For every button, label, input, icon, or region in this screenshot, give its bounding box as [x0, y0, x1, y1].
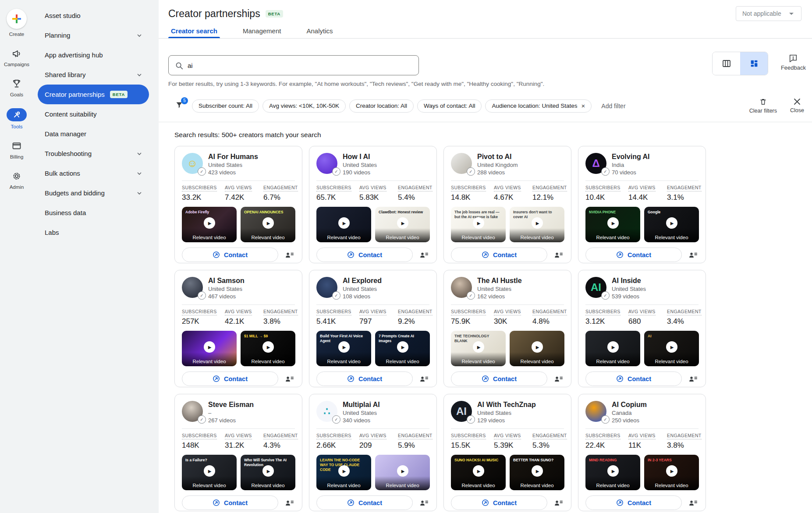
filter-chip[interactable]: Creator location: All × — [349, 99, 414, 113]
add-to-list-icon[interactable] — [688, 250, 699, 260]
contact-button[interactable]: Contact — [451, 495, 547, 510]
video-thumbnail[interactable]: SUNO HACKS! AI MUSIC ▶ Relevant video — [451, 455, 506, 490]
video-thumbnail[interactable]: AI ▶ Relevant video — [644, 331, 699, 366]
date-range-selector[interactable]: Not applicable — [736, 6, 801, 21]
creator-name[interactable]: AI For Humans — [208, 153, 258, 161]
video-thumbnail[interactable]: Insurers don't want to cover AI ▶ Releva… — [510, 207, 564, 242]
video-thumbnail[interactable]: NVIDIA PHONE ▶ Relevant video — [585, 207, 640, 242]
tab[interactable]: Analytics — [304, 27, 335, 38]
contact-button[interactable]: Contact — [316, 371, 413, 386]
video-thumbnail[interactable]: OPENAI ANNOUNCES ▶ Relevant video — [241, 207, 295, 242]
rail-item-create[interactable]: Create — [7, 9, 27, 37]
add-to-list-icon[interactable] — [553, 250, 564, 260]
sidebar-item[interactable]: App advertising hub — [38, 45, 149, 65]
rail-item-campaigns[interactable]: Campaigns — [4, 48, 29, 67]
creator-name[interactable]: Pivot to AI — [477, 153, 518, 161]
creator-name[interactable]: AI Samson — [208, 277, 245, 285]
video-thumbnail[interactable]: IN 2-3 YEARS ▶ Relevant video — [644, 455, 699, 490]
video-thumbnail[interactable]: Clawdbot: Honest review ▶ Relevant video — [375, 207, 430, 242]
video-thumbnail[interactable]: ▶ Relevant video — [585, 331, 640, 366]
creator-avatar: ✓ — [451, 277, 472, 298]
contact-button[interactable]: Contact — [585, 371, 682, 386]
creator-name[interactable]: How I AI — [343, 153, 377, 161]
sidebar-item[interactable]: Business data — [38, 203, 149, 223]
creator-name[interactable]: Steve Eisman — [208, 401, 254, 409]
sidebar-item[interactable]: Content suitability — [38, 104, 149, 124]
creator-name[interactable]: The AI Hustle — [477, 277, 522, 285]
contact-button[interactable]: Contact — [451, 248, 547, 262]
video-thumbnail[interactable]: ▶ Relevant video — [182, 331, 237, 366]
tab[interactable]: Management — [240, 27, 284, 38]
clear-filters-button[interactable]: Clear filters — [749, 98, 777, 114]
search-box[interactable] — [168, 55, 419, 75]
rail-item-billing[interactable]: Billing — [10, 140, 24, 159]
contact-button[interactable]: Contact — [585, 248, 682, 262]
video-thumbnail[interactable]: $1 MILL → $9 ▶ Relevant video — [241, 331, 295, 366]
rail-item-admin[interactable]: Admin — [10, 170, 24, 190]
sidebar-item[interactable]: Data manager — [38, 124, 149, 144]
video-thumbnail[interactable]: ▶ Relevant video — [510, 331, 564, 366]
filter-funnel-icon[interactable]: 5 — [174, 100, 184, 112]
creator-name[interactable]: AI Copium — [612, 401, 647, 409]
creator-name[interactable]: AI Inside — [612, 277, 646, 285]
contact-button[interactable]: Contact — [316, 248, 413, 262]
close-filters-button[interactable]: Close — [790, 98, 804, 114]
remove-filter-icon[interactable]: × — [582, 103, 585, 109]
contact-button[interactable]: Contact — [182, 495, 278, 510]
video-thumbnail[interactable]: ▶ Relevant video — [316, 207, 371, 242]
sidebar-item[interactable]: Shared library — [38, 65, 149, 85]
filter-chip[interactable]: Ways of contact: All × — [417, 99, 482, 113]
creator-name[interactable]: AI With TechZnap — [477, 401, 536, 409]
video-thumbnail[interactable]: Google ▶ Relevant video — [644, 207, 699, 242]
contact-button[interactable]: Contact — [182, 248, 278, 262]
add-to-list-icon[interactable] — [419, 374, 429, 384]
sidebar-item[interactable]: Planning — [38, 25, 149, 45]
sidebar-item[interactable]: Asset studio — [38, 6, 149, 25]
sidebar-item[interactable]: Bulk actions — [38, 163, 149, 183]
feedback-button[interactable]: Feedback — [781, 53, 806, 71]
sidebar-item[interactable]: Creator partnerships BETA — [38, 85, 149, 104]
add-to-list-icon[interactable] — [688, 374, 699, 384]
add-to-list-icon[interactable] — [419, 250, 429, 260]
contact-button[interactable]: Contact — [182, 371, 278, 386]
contact-button[interactable]: Contact — [585, 495, 682, 510]
rail-item-goals[interactable]: Goals — [10, 78, 23, 97]
sidebar-item-label: Shared library — [45, 71, 85, 78]
card-view-button[interactable] — [740, 52, 768, 75]
search-input[interactable] — [188, 62, 412, 69]
add-to-list-icon[interactable] — [419, 498, 429, 508]
contact-button[interactable]: Contact — [451, 371, 547, 386]
sidebar-item[interactable]: Labs — [38, 223, 149, 242]
sidebar-item[interactable]: Budgets and bidding — [38, 183, 149, 203]
contact-send-icon — [347, 499, 355, 506]
add-to-list-icon[interactable] — [553, 374, 564, 384]
creator-name[interactable]: Multiplai AI — [343, 401, 380, 409]
contact-button[interactable]: Contact — [316, 495, 413, 510]
add-to-list-icon[interactable] — [284, 498, 295, 508]
filter-chip[interactable]: Audience location: United States × — [485, 99, 592, 113]
add-to-list-icon[interactable] — [553, 498, 564, 508]
video-thumbnail[interactable]: Adobe Firefly ▶ Relevant video — [182, 207, 237, 242]
video-thumbnail[interactable]: THE TECHNOLOGY BLANK ▶ Relevant video — [451, 331, 506, 366]
creator-name[interactable]: AI Explored — [343, 277, 382, 285]
video-thumbnail[interactable]: Build Your First AI Voice Agent ▶ Releva… — [316, 331, 371, 366]
video-thumbnail[interactable]: BETTER THAN SUNO? ▶ Relevant video — [510, 455, 564, 490]
tab[interactable]: Creator search — [168, 27, 220, 38]
video-thumbnail[interactable]: Who Will Survive The AI Revolution ▶ Rel… — [241, 455, 295, 490]
video-thumbnail[interactable]: Is a Failure? ▶ Relevant video — [182, 455, 237, 490]
video-thumbnail[interactable]: MIND READING ▶ Relevant video — [585, 455, 640, 490]
video-thumbnail[interactable]: 7 Prompts Create AI Images ▶ Relevant vi… — [375, 331, 430, 366]
add-filter-button[interactable]: Add filter — [601, 103, 625, 110]
table-view-button[interactable] — [713, 52, 740, 75]
filter-chip[interactable]: Subscriber count: All × — [192, 99, 259, 113]
add-to-list-icon[interactable] — [688, 498, 699, 508]
rail-item-tools[interactable]: Tools — [7, 108, 27, 129]
filter-chip[interactable]: Avg views: <10K, 10K-50K × — [262, 99, 346, 113]
add-to-list-icon[interactable] — [284, 374, 295, 384]
video-thumbnail[interactable]: ▶ Relevant video — [375, 455, 430, 490]
add-to-list-icon[interactable] — [284, 250, 295, 260]
sidebar-item[interactable]: Troubleshooting — [38, 144, 149, 163]
creator-name[interactable]: Evolving AI — [612, 153, 650, 161]
video-thumbnail[interactable]: LEARN THE NO-CODE WAY TO USE CLAUDE CODE… — [316, 455, 371, 490]
video-thumbnail[interactable]: The job losses are real — but the AI exc… — [451, 207, 506, 242]
